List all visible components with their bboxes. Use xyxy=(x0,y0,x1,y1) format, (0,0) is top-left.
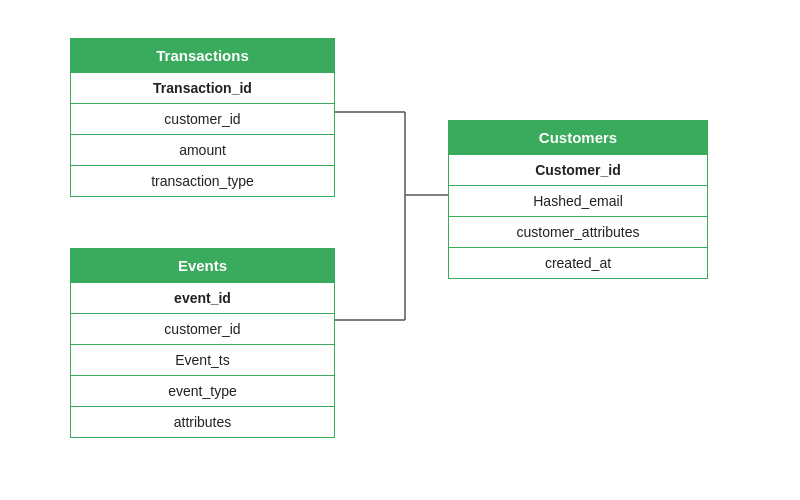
transactions-row-0: Transaction_id xyxy=(71,72,334,103)
customers-row-1: Hashed_email xyxy=(449,185,707,216)
table-transactions: Transactions Transaction_id customer_id … xyxy=(70,38,335,197)
events-row-4: attributes xyxy=(71,406,334,437)
transactions-header: Transactions xyxy=(71,39,334,72)
transactions-row-2: amount xyxy=(71,134,334,165)
events-row-3: event_type xyxy=(71,375,334,406)
events-row-1: customer_id xyxy=(71,313,334,344)
customers-header: Customers xyxy=(449,121,707,154)
customers-row-0: Customer_id xyxy=(449,154,707,185)
events-row-2: Event_ts xyxy=(71,344,334,375)
events-header: Events xyxy=(71,249,334,282)
events-row-0: event_id xyxy=(71,282,334,313)
customers-row-2: customer_attributes xyxy=(449,216,707,247)
transactions-row-1: customer_id xyxy=(71,103,334,134)
diagram-container: Transactions Transaction_id customer_id … xyxy=(0,0,800,500)
table-customers: Customers Customer_id Hashed_email custo… xyxy=(448,120,708,279)
transactions-row-3: transaction_type xyxy=(71,165,334,196)
table-events: Events event_id customer_id Event_ts eve… xyxy=(70,248,335,438)
customers-row-3: created_at xyxy=(449,247,707,278)
